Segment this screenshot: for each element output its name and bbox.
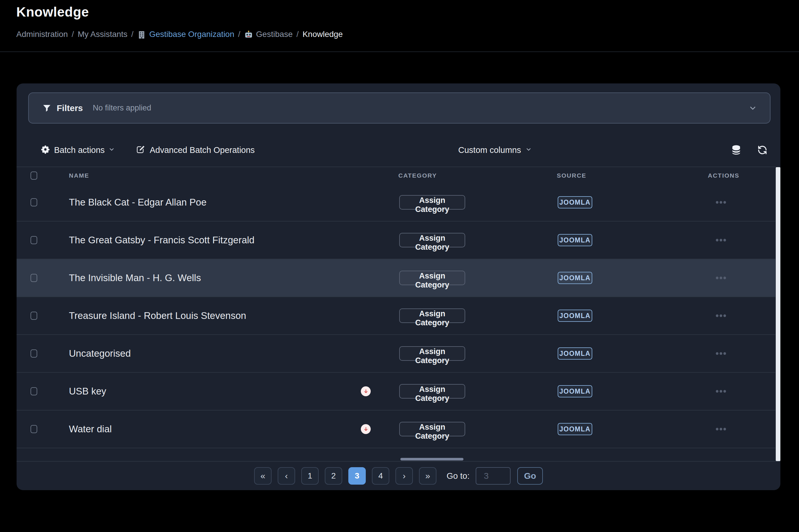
assign-category-button[interactable]: Assign Category [399,271,465,285]
source-badge: JOOMLA [558,385,592,397]
pagination-bar: « ‹ 1 2 3 4 › » Go to: Go [17,461,780,490]
row-name: Treasure Island - Robert Louis Stevenson [69,310,246,321]
goto-page-input[interactable] [476,467,511,484]
edit-square-icon [136,145,145,155]
filter-icon [43,104,51,112]
page-2-button[interactable]: 2 [325,467,342,484]
advanced-batch-operations-label: Advanced Batch Operations [150,145,255,155]
breadcrumb-separator: / [238,30,241,39]
select-all-checkbox[interactable] [31,172,37,180]
table-row[interactable]: The Black Cat - Edgar Allan Poe Assign C… [17,184,776,222]
row-checkbox[interactable] [31,274,37,282]
assign-category-button[interactable]: Assign Category [399,422,465,436]
column-header-actions: ACTIONS [708,172,740,179]
assign-category-button[interactable]: Assign Category [399,308,465,323]
table-row[interactable]: USB key Assign Category JOOMLA [17,373,776,411]
sync-error-icon [361,386,371,396]
last-page-button[interactable]: » [419,467,436,484]
row-checkbox[interactable] [31,349,37,358]
breadcrumb-knowledge: Knowledge [302,30,343,39]
batch-actions-label: Batch actions [54,145,105,155]
database-icon[interactable] [731,141,741,159]
row-actions-menu[interactable] [715,388,727,395]
source-badge: JOOMLA [558,310,592,322]
custom-columns-label: Custom columns [458,145,521,155]
row-name: USB key [69,386,106,397]
first-page-button[interactable]: « [254,467,271,484]
page-3-button-active[interactable]: 3 [348,467,366,484]
row-name: The Black Cat - Edgar Allan Poe [69,197,206,208]
column-header-source: SOURCE [557,172,587,179]
goto-page-label: Go to: [446,471,470,481]
chevron-down-icon [109,147,115,153]
header-divider [0,52,799,52]
knowledge-page: Knowledge Administration / My Assistants… [0,0,799,532]
filters-bar[interactable]: Filters No filters applied [28,92,771,124]
robot-icon [244,31,253,39]
row-checkbox[interactable] [31,312,37,320]
assign-category-button[interactable]: Assign Category [399,346,465,361]
breadcrumb-separator: / [72,30,74,39]
advanced-batch-operations-button[interactable]: Advanced Batch Operations [136,141,255,159]
column-header-category: CATEGORY [398,172,437,179]
prev-page-button[interactable]: ‹ [278,467,295,484]
assign-category-button[interactable]: Assign Category [399,384,465,399]
table-row[interactable]: Treasure Island - Robert Louis Stevenson… [17,297,776,335]
gear-icon [41,145,50,155]
breadcrumb-administration[interactable]: Administration [16,30,68,39]
table-row[interactable]: The Great Gatsby - Francis Scott Fitzger… [17,222,776,259]
row-name: The Invisible Man - H. G. Wells [69,272,201,283]
table-toolbar: Batch actions Advanced Batch Operations … [17,141,780,159]
row-checkbox[interactable] [31,198,37,206]
column-header-name: NAME [69,172,89,179]
row-name: Uncategorised [69,348,131,359]
go-button[interactable]: Go [517,467,543,484]
source-badge: JOOMLA [558,347,592,360]
row-actions-menu[interactable] [715,312,727,320]
assign-category-button[interactable]: Assign Category [399,233,465,247]
row-checkbox[interactable] [31,387,37,395]
chevron-down-icon[interactable] [749,104,757,112]
horizontal-scrollbar[interactable] [400,458,463,460]
row-actions-menu[interactable] [715,199,727,206]
assign-category-button[interactable]: Assign Category [399,195,465,210]
knowledge-panel: Filters No filters applied Batch actions [17,83,780,490]
source-badge: JOOMLA [558,272,592,284]
row-name: The Great Gatsby - Francis Scott Fitzger… [69,234,254,246]
page-4-button[interactable]: 4 [372,467,389,484]
source-badge: JOOMLA [558,234,592,246]
breadcrumb: Administration / My Assistants / Gestiba… [16,30,343,39]
row-actions-menu[interactable] [715,350,727,357]
breadcrumb-my-assistants[interactable]: My Assistants [78,30,127,39]
table-row-selected[interactable]: The Invisible Man - H. G. Wells Assign C… [17,259,776,297]
refresh-icon[interactable] [757,141,767,159]
row-actions-menu[interactable] [715,274,727,282]
table-row[interactable]: Water dial Assign Category JOOMLA [17,411,776,448]
breadcrumb-gestibase-organization[interactable]: Gestibase Organization [149,30,234,39]
custom-columns-button[interactable]: Custom columns [458,141,532,159]
row-actions-menu[interactable] [715,425,727,433]
table-header-row: NAME CATEGORY SOURCE ACTIONS [17,167,776,184]
filters-label: Filters [57,103,83,113]
breadcrumb-separator: / [297,30,299,39]
filters-status: No filters applied [93,103,151,113]
row-checkbox[interactable] [31,236,37,244]
sync-error-icon [361,424,371,434]
breadcrumb-separator: / [131,30,133,39]
breadcrumb-gestibase[interactable]: Gestibase [256,30,293,39]
building-icon [137,31,146,39]
batch-actions-button[interactable]: Batch actions [41,141,115,159]
page-title: Knowledge [16,4,89,20]
page-1-button[interactable]: 1 [301,467,319,484]
row-actions-menu[interactable] [715,236,727,244]
vertical-scrollbar[interactable] [776,167,780,461]
next-page-button[interactable]: › [396,467,413,484]
source-badge: JOOMLA [558,423,592,435]
row-name: Water dial [69,423,112,435]
row-checkbox[interactable] [31,425,37,433]
source-badge: JOOMLA [558,196,592,208]
chevron-down-icon [526,147,532,153]
table-row[interactable]: Uncategorised Assign Category JOOMLA [17,335,776,373]
